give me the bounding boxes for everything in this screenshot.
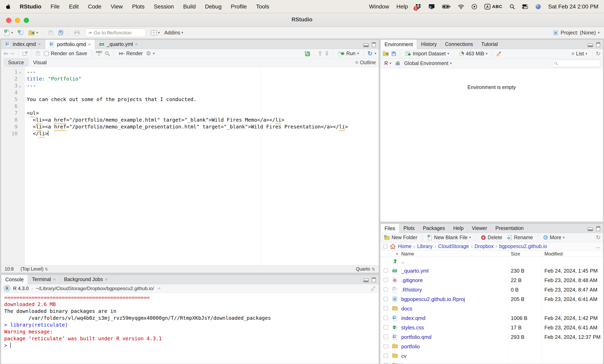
- run-button[interactable]: Run ▾: [337, 50, 360, 57]
- file-row[interactable]: portfolio: [380, 342, 603, 351]
- print-button[interactable]: [73, 29, 81, 37]
- file-name[interactable]: _quarto.yml: [401, 268, 429, 274]
- file-checkbox[interactable]: [384, 306, 388, 311]
- list-view-button[interactable]: ≡ List ▾: [570, 50, 589, 58]
- file-row[interactable]: cv: [380, 351, 603, 361]
- popout-icon[interactable]: [22, 51, 28, 56]
- open-in-new-icon[interactable]: [157, 287, 161, 290]
- file-name[interactable]: bgpopescu2.github.io.Rproj: [401, 296, 465, 302]
- close-icon[interactable]: ×: [135, 41, 138, 47]
- menu-view[interactable]: View: [111, 3, 123, 10]
- wifi-icon[interactable]: [458, 4, 464, 9]
- file-row[interactable]: docs: [380, 304, 603, 314]
- spotlight-icon[interactable]: [510, 4, 515, 9]
- fold-icon[interactable]: ▴: [19, 83, 24, 90]
- memory-usage-button[interactable]: 463 MiB ▾: [458, 50, 489, 57]
- outline-button[interactable]: ≡ Outline: [355, 59, 376, 66]
- file-checkbox[interactable]: [384, 325, 388, 330]
- breadcrumb-item-library[interactable]: Library: [417, 243, 432, 249]
- clear-console-icon[interactable]: [371, 286, 376, 291]
- cursor-position[interactable]: 10:8: [5, 266, 14, 272]
- menu-build[interactable]: Build: [183, 3, 196, 10]
- save-all-button[interactable]: [57, 29, 65, 37]
- back-icon[interactable]: ⇦: [3, 50, 8, 57]
- file-checkbox[interactable]: [384, 353, 388, 358]
- tab-plots[interactable]: Plots: [400, 224, 419, 233]
- new-blank-file-button[interactable]: New Blank File ▾: [426, 234, 472, 241]
- refresh-icon[interactable]: ↻: [596, 50, 601, 57]
- breadcrumb-item-home[interactable]: Home: [398, 243, 412, 249]
- tab-packages[interactable]: Packages: [419, 224, 449, 233]
- tab-environment[interactable]: Environment: [380, 40, 417, 49]
- menu-code[interactable]: Code: [88, 3, 101, 10]
- save-workspace-icon[interactable]: [391, 51, 396, 56]
- file-checkbox[interactable]: [384, 316, 388, 320]
- file-row[interactable]: images: [380, 361, 603, 364]
- file-name[interactable]: docs: [401, 306, 412, 312]
- search-icon[interactable]: [105, 51, 110, 56]
- fold-icon[interactable]: ▾: [19, 69, 24, 76]
- file-checkbox[interactable]: [384, 335, 388, 339]
- breadcrumb-item-cloudstorage[interactable]: CloudStorage: [438, 243, 469, 249]
- maximize-pane-icon[interactable]: [372, 42, 376, 47]
- gear-icon[interactable]: ⚙: [146, 50, 151, 57]
- column-name[interactable]: Name: [401, 251, 414, 257]
- more-file-actions-button[interactable]: ⚙ More ▾: [541, 233, 566, 242]
- tab-portfolio-qmd[interactable]: portfolio.qmd ×: [45, 40, 95, 49]
- render-button[interactable]: Render: [117, 50, 144, 57]
- refresh-icon[interactable]: ↻: [596, 234, 601, 241]
- save-button[interactable]: [47, 29, 55, 37]
- menu-window[interactable]: Window: [369, 3, 389, 10]
- file-name[interactable]: portfolio.qmd: [401, 334, 431, 340]
- tab-help[interactable]: Help: [449, 224, 468, 233]
- save-icon[interactable]: [36, 51, 41, 56]
- file-name[interactable]: images: [401, 362, 418, 364]
- breadcrumb-item-bgpopescu2.github.io[interactable]: bgpopescu2.github.io: [499, 243, 547, 249]
- menu-debug[interactable]: Debug: [205, 3, 222, 10]
- file-type-selector[interactable]: Quarto ⇅: [356, 266, 375, 272]
- previous-chunk-icon[interactable]: ⇧: [318, 50, 322, 57]
- tab-presentation[interactable]: Presentation: [491, 224, 528, 233]
- file-name[interactable]: .Rhistory: [401, 287, 422, 293]
- menu-help[interactable]: Help: [396, 3, 408, 10]
- maximize-pane-icon[interactable]: [372, 277, 376, 282]
- maximize-pane-icon[interactable]: [596, 226, 600, 231]
- minimize-pane-icon[interactable]: [364, 43, 369, 47]
- control-center-icon[interactable]: [522, 4, 528, 9]
- code-editor[interactable]: 1▾---2title: "Portfolio"3▴---45You can c…: [1, 67, 379, 265]
- file-name[interactable]: index.qmd: [401, 315, 425, 321]
- tab-connections[interactable]: Connections: [441, 40, 477, 49]
- render-on-save-checkbox[interactable]: Render on Save: [43, 50, 88, 57]
- spellcheck-icon[interactable]: ABC ✓: [96, 50, 103, 57]
- breadcrumb-item-dropbox[interactable]: Dropbox: [475, 243, 494, 249]
- new-folder-button[interactable]: New Folder: [383, 234, 419, 241]
- file-checkbox[interactable]: [384, 344, 388, 349]
- minimize-pane-icon[interactable]: [588, 227, 593, 231]
- next-chunk-icon[interactable]: ⇩: [324, 50, 329, 57]
- select-all-checkbox[interactable]: [383, 244, 388, 249]
- file-row[interactable]: ..: [380, 257, 603, 266]
- tab-terminal[interactable]: Terminal ×: [28, 275, 60, 284]
- minimize-pane-icon[interactable]: [364, 279, 369, 282]
- close-icon[interactable]: ×: [38, 41, 41, 47]
- pane-layout-button[interactable]: ▾: [150, 29, 161, 36]
- environment-scope-selector[interactable]: Global Environment ▾: [403, 60, 453, 67]
- menu-session[interactable]: Session: [154, 3, 174, 10]
- forward-icon[interactable]: ⇨: [10, 50, 15, 57]
- file-checkbox[interactable]: [384, 278, 388, 282]
- insert-chunk-icon[interactable]: C: [304, 50, 310, 57]
- close-icon[interactable]: ×: [88, 42, 91, 47]
- goto-file-search[interactable]: [85, 29, 146, 37]
- tab-quarto-yml[interactable]: YML _quarto.yml ×: [95, 40, 142, 49]
- column-modified[interactable]: Modified: [544, 251, 563, 257]
- home-icon[interactable]: [390, 244, 396, 249]
- menu-tools[interactable]: Tools: [256, 3, 269, 10]
- mode-source-button[interactable]: Source: [4, 59, 28, 66]
- tab-tutorial[interactable]: Tutorial: [477, 40, 502, 49]
- file-name[interactable]: styles.css: [401, 325, 424, 331]
- dropbox-icon[interactable]: 1: [415, 4, 421, 10]
- tab-files[interactable]: Files: [380, 224, 400, 233]
- checkbox-icon[interactable]: [44, 51, 49, 56]
- menu-app-name[interactable]: RStudio: [20, 3, 41, 10]
- mode-visual-button[interactable]: Visual: [33, 60, 47, 65]
